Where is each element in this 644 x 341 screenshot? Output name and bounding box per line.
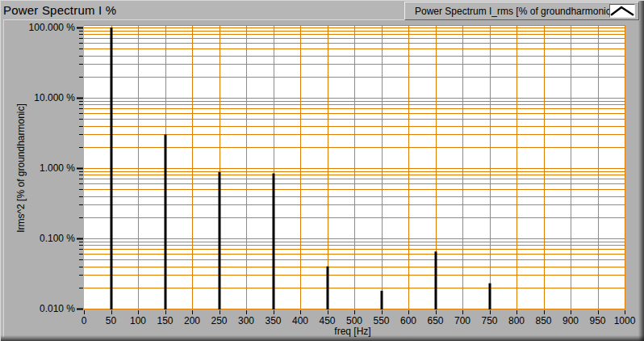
x-tick-label: 450 [319,315,335,326]
y-tick-label: 100.000 % [29,22,76,33]
graph-title: Power Spectrum I % [3,3,116,17]
x-tick-label: 650 [427,315,443,326]
spectrum-bar-750hz [489,284,491,309]
x-tick-label: 850 [535,315,551,326]
x-tick-label: 800 [508,315,525,326]
spectrum-chart: 100.000 %10.000 %1.000 %0.100 %0.010 %05… [1,1,644,341]
x-tick-label: 100 [130,315,146,326]
x-tick-label: 900 [562,315,579,326]
spectrum-bar-550hz [381,291,383,309]
y-axis-title: Irms^2 [% of groundharmonic] [15,103,27,233]
spectrum-bar-650hz [435,251,437,309]
x-tick-label: 550 [373,315,389,326]
y-tick-label: 0.010 % [40,303,75,314]
x-tick-label: 400 [292,315,308,326]
x-tick-label: 950 [589,315,605,326]
y-tick-label: 1.000 % [40,162,75,174]
x-tick-label: 250 [211,315,227,326]
graph-titlebar: Power Spectrum I % [3,3,116,18]
plot-legend[interactable]: Power Spectrum I_rms [% of groundharmoni… [404,2,639,20]
spectrum-bar-150hz [165,134,167,309]
y-tick-label: 0.100 % [40,233,75,244]
spectrum-bar-50hz [111,27,113,309]
x-tick-label: 150 [157,315,173,326]
power-spectrum-panel: 100.000 %10.000 %1.000 %0.100 %0.010 %05… [0,0,644,341]
peak-line-icon[interactable] [609,4,635,18]
x-tick-label: 600 [400,315,416,326]
x-tick-label: 500 [346,315,362,326]
spectrum-bar-350hz [273,174,275,309]
x-axis-title: freq [Hz] [334,326,370,337]
legend-label: Power Spectrum I_rms [% of groundharmoni… [405,6,613,17]
x-tick-label: 700 [454,315,470,326]
y-tick-label: 10.000 % [34,92,75,103]
x-tick-label: 350 [265,315,281,326]
x-tick-label: 50 [106,315,117,326]
x-tick-label: 1000 [614,315,636,326]
spectrum-bar-450hz [327,267,329,309]
x-tick-label: 300 [238,315,254,326]
x-tick-label: 200 [184,315,200,326]
spectrum-bar-250hz [219,172,221,309]
x-tick-label: 0 [82,315,87,326]
x-tick-label: 750 [481,315,497,326]
